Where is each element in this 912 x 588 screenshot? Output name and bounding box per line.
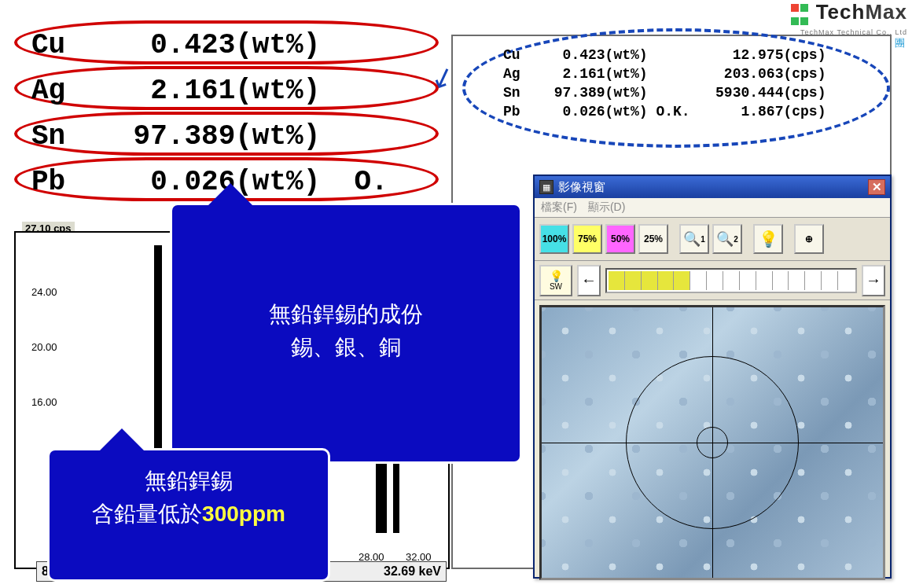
slider-segment[interactable] [625, 271, 642, 290]
zoom-25-button[interactable]: 25% [638, 224, 668, 254]
slider-segment[interactable] [773, 271, 789, 290]
slider-segment[interactable] [740, 271, 756, 290]
slider-segment[interactable] [822, 271, 838, 290]
target-circle-inner [697, 427, 728, 458]
element-row-cu: Cu 0.423(wt%) [14, 20, 439, 64]
brightness-slider-row: 💡SW ← → [535, 261, 890, 300]
window-title: 影像視窗 [558, 180, 605, 195]
titlebar[interactable]: ▦ 影像視窗 ✕ [535, 176, 890, 198]
slider-segment[interactable] [723, 271, 740, 290]
zoom-75-button[interactable]: 75% [572, 224, 602, 254]
brightness-slider[interactable] [605, 268, 857, 293]
slider-segment[interactable] [838, 271, 854, 290]
zoom-50-button[interactable]: 50% [605, 224, 635, 254]
menu-view[interactable]: 顯示(D) [588, 200, 625, 215]
digitize-1-button[interactable]: 🔍1 [679, 224, 709, 254]
slider-prev-button[interactable]: ← [577, 265, 601, 296]
crosshair-button[interactable]: ⊕ [794, 224, 824, 254]
slider-segment[interactable] [674, 271, 690, 290]
image-window: ▦ 影像視窗 ✕ 檔案(F) 顯示(D) 100% 75% 50% 25% 🔍1… [533, 175, 892, 579]
slider-segment[interactable] [805, 271, 822, 290]
crosshair-icon: ⊕ [805, 233, 813, 244]
element-summary-table: Cu 0.423(wt%) 12.975(cps) Ag 2.161(wt%) … [503, 46, 826, 121]
kev-right: 32.69 keV [384, 564, 441, 579]
slider-segment[interactable] [789, 271, 805, 290]
bulb-icon: 💡 [759, 230, 778, 248]
slider-segment[interactable] [642, 271, 658, 290]
sample-image-view[interactable] [539, 305, 885, 580]
element-row-ag: Ag 2.161(wt%) [14, 66, 439, 110]
element-row-sn: Sn 97.389(wt%) [14, 112, 439, 156]
slider-next-button[interactable]: → [862, 265, 885, 296]
slider-segment[interactable] [609, 271, 625, 290]
menu-bar: 檔案(F) 顯示(D) [535, 198, 890, 217]
toolbar: 100% 75% 50% 25% 🔍1 🔍2 💡 ⊕ [535, 217, 890, 261]
element-summary-highlight: Cu 0.423(wt%) 12.975(cps) Ag 2.161(wt%) … [462, 28, 890, 148]
digitize-2-button[interactable]: 🔍2 [712, 224, 742, 254]
zoom-100-button[interactable]: 100% [539, 224, 569, 254]
spectrum-peak [393, 453, 399, 533]
slider-segment[interactable] [707, 271, 723, 290]
magnifier-icon: 🔍 [716, 230, 734, 248]
callout-pb-limit: 無鉛銲錫 含鉛量低於300ppm [47, 448, 330, 582]
slider-segment[interactable] [756, 271, 773, 290]
slider-segment[interactable] [658, 271, 675, 290]
light-button[interactable]: 💡 [753, 224, 783, 254]
sw-button[interactable]: 💡SW [539, 265, 572, 296]
close-button[interactable]: ✕ [868, 179, 885, 195]
app-icon: ▦ [539, 180, 553, 194]
callout-composition: 無鉛銲錫的成份 錫、銀、銅 [170, 203, 522, 464]
magnifier-icon: 🔍 [683, 230, 701, 248]
slider-segment[interactable] [690, 271, 707, 290]
menu-file[interactable]: 檔案(F) [541, 200, 577, 215]
